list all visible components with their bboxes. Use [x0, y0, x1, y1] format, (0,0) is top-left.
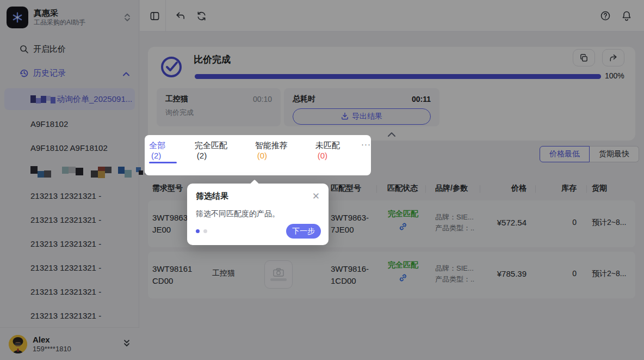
tab-count: (2): [151, 151, 161, 160]
tooltip-title: 筛选结果: [196, 191, 228, 202]
tutorial-tooltip: 筛选结果 ✕ 筛选不同匹配度的产品。 下一步: [187, 184, 329, 245]
step-dot-active: [196, 229, 200, 233]
tab-label: 完全匹配: [195, 141, 227, 150]
tab-no-match[interactable]: 未匹配(0): [315, 141, 351, 168]
next-step-button[interactable]: 下一步: [286, 224, 321, 239]
tab-full-match[interactable]: 完全匹配(2): [195, 141, 238, 168]
tutorial-dim-overlay: [0, 0, 644, 360]
match-filter-tabs: 全部(2) 完全匹配(2) 智能推荐(0) 未匹配(0) ···: [149, 141, 371, 168]
more-tabs-icon[interactable]: ···: [361, 139, 371, 149]
tooltip-body: 筛选不同匹配度的产品。: [196, 209, 320, 219]
tab-label: 全部: [149, 141, 165, 150]
active-tab-underline: [149, 162, 177, 163]
tab-all[interactable]: 全部(2): [149, 141, 177, 168]
tab-count: (0): [318, 151, 327, 160]
close-icon[interactable]: ✕: [312, 192, 320, 201]
app-window: 真惠采 工品采购的AI助手 开启比价 历史记: [0, 0, 644, 360]
step-dots: [196, 229, 207, 233]
step-dot: [203, 229, 207, 233]
tab-label: 智能推荐: [255, 141, 288, 150]
tab-label: 未匹配: [315, 141, 340, 150]
match-filter-tabs-spotlight: 全部(2) 完全匹配(2) 智能推荐(0) 未匹配(0) ···: [145, 135, 371, 175]
tab-count: (0): [257, 151, 267, 160]
tab-smart-recommend[interactable]: 智能推荐(0): [255, 141, 299, 168]
tab-count: (2): [197, 151, 207, 160]
